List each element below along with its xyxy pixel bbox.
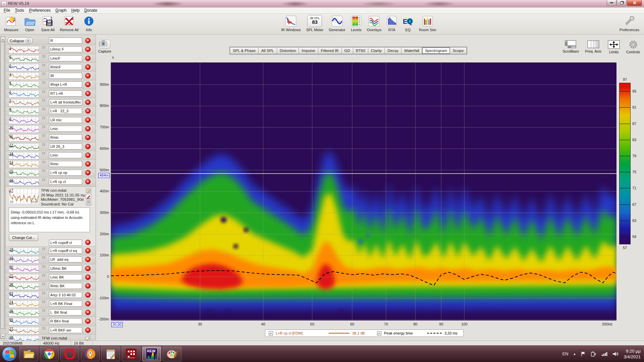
measurement-thumbnail[interactable] [9, 161, 39, 168]
measurement-row[interactable]: 16TF× [6, 178, 96, 186]
legend-checkbox[interactable]: ✓ [269, 331, 273, 336]
measurement-thumbnail[interactable] [9, 73, 39, 80]
delete-measurement-button[interactable]: × [85, 179, 91, 184]
restore-button[interactable] [617, 0, 627, 6]
delete-measurement-button[interactable]: × [85, 248, 91, 253]
measurement-name-field[interactable] [49, 309, 82, 315]
menu-tools[interactable]: Tools [12, 7, 26, 13]
measurement-name-field[interactable] [49, 99, 82, 105]
measure-button[interactable]: Measure [1, 14, 21, 32]
measurement-row[interactable]: Collapse«× [6, 37, 96, 45]
measurement-row[interactable]: 27TF× [6, 326, 96, 335]
minimize-button[interactable] [607, 0, 616, 6]
levels-button[interactable]: 0369Levels [348, 14, 364, 32]
measurement-row[interactable]: 5TF× [6, 80, 96, 89]
capture-button[interactable]: Capture [99, 40, 111, 53]
measurement-row[interactable]: 20TF× [6, 264, 96, 273]
measurement-row[interactable]: 12TF× [6, 142, 96, 151]
measurement-row[interactable]: 25TF× [6, 308, 96, 317]
selected-measurement-panel[interactable]: 2020,0k17TFW corr.mdat26 Μαρ 2021 11:31:… [6, 186, 96, 247]
measurement-row[interactable]: 9TF× [6, 116, 96, 125]
ir-windows-button[interactable]: IR Windows [278, 14, 304, 32]
menu-donate[interactable]: Donate [82, 7, 100, 13]
delete-measurement-button[interactable]: × [85, 275, 91, 280]
measurement-name-field[interactable] [49, 161, 82, 167]
generator-button[interactable]: Generator [326, 14, 348, 32]
tab-spectrogram[interactable]: Spectrogram [422, 47, 450, 54]
measurement-row[interactable]: 23TF× [6, 291, 96, 300]
measurement-row[interactable]: 8TF× [6, 107, 96, 116]
measurement-row[interactable]: 21TF× [6, 273, 96, 282]
spl-meter-button[interactable]: dB SPL83SPL Meter [304, 14, 326, 32]
measurement-row[interactable]: 24TF× [6, 300, 96, 308]
measurement-row[interactable]: 26TF× [6, 317, 96, 326]
measurement-thumbnail[interactable] [9, 309, 39, 316]
open-button[interactable]: Open [21, 14, 39, 32]
measurement-thumbnail[interactable]: 2020,0k [9, 189, 39, 204]
room-sim-button[interactable]: Room Sim [416, 14, 439, 32]
measurement-thumbnail[interactable] [9, 318, 39, 325]
measurement-thumbnail[interactable] [9, 256, 39, 263]
tab-waterfall[interactable]: Waterfall [401, 47, 422, 54]
measurement-thumbnail[interactable] [9, 126, 39, 133]
delete-measurement-button[interactable]: × [85, 144, 91, 149]
delete-measurement-button[interactable]: × [85, 117, 91, 123]
measurement-row[interactable]: 15TF× [6, 169, 96, 177]
tab-decay[interactable]: Decay [384, 47, 401, 54]
measurement-thumbnail[interactable] [9, 170, 39, 177]
measurement-name-field[interactable] [49, 143, 82, 149]
measurement-row[interactable]: 4TF× [6, 72, 96, 80]
opera-taskbar-button[interactable] [60, 347, 79, 361]
delete-measurement-button[interactable]: × [85, 126, 91, 131]
delete-measurement-button[interactable]: × [85, 56, 91, 61]
delete-measurement-button[interactable]: × [85, 47, 91, 52]
tab-filtered-ir[interactable]: Filtered IR [318, 47, 342, 54]
measurement-thumbnail[interactable] [9, 134, 39, 141]
tab-spl-phase[interactable]: SPL & Phase [230, 47, 259, 54]
remove-all-button[interactable]: Remove All [57, 14, 82, 32]
rta-button[interactable]: RTA [384, 14, 399, 32]
preferences-button[interactable]: Preferences [617, 14, 642, 32]
language-indicator[interactable]: EN [562, 351, 568, 356]
measurement-thumbnail[interactable] [9, 336, 39, 341]
info-button[interactable]: Info [81, 14, 97, 32]
measurement-name-field[interactable] [49, 90, 82, 97]
pixel-grid-app-taskbar-button[interactable] [122, 347, 141, 361]
change-cal-button[interactable]: Change Cal... [9, 234, 38, 241]
measurement-name-field[interactable] [49, 108, 82, 114]
tab-distortion[interactable]: Distortion [277, 47, 299, 54]
soundcard-cal-icon[interactable] [86, 200, 91, 205]
measurement-name-field[interactable] [49, 301, 82, 307]
start-button[interactable] [2, 347, 17, 361]
delete-measurement-button[interactable]: × [85, 170, 91, 175]
delete-measurement-button[interactable]: × [85, 64, 91, 70]
scroll-up-arrow-icon[interactable]: ▲ [1, 37, 5, 42]
measurement-name-field[interactable] [49, 170, 82, 176]
measurement-name-field[interactable] [49, 117, 82, 123]
measurement-name-field[interactable] [49, 38, 82, 44]
volume-icon[interactable] [612, 351, 619, 357]
delete-measurement-button[interactable]: × [85, 292, 91, 298]
delete-measurement-button[interactable]: × [85, 108, 91, 114]
delete-measurement-button[interactable]: × [85, 82, 91, 87]
spectrogram-plot[interactable]: 900m800m700m600m500m400m300m200m100m0-10… [111, 62, 616, 320]
notepad-taskbar-button[interactable] [101, 347, 120, 361]
measurement-thumbnail[interactable] [9, 46, 39, 53]
spectrogram-canvas[interactable] [111, 63, 616, 320]
privacy-browser-taskbar-button[interactable] [81, 347, 100, 361]
mic-cal-icon[interactable] [86, 194, 91, 199]
explorer-taskbar-button[interactable] [19, 347, 38, 361]
measurement-row[interactable]: 2TF× [6, 54, 96, 63]
measurement-thumbnail[interactable] [9, 152, 39, 159]
measurement-thumbnail[interactable] [9, 64, 39, 71]
measurement-name-field[interactable] [49, 292, 82, 298]
measurement-name-field[interactable] [49, 55, 82, 61]
delete-measurement-button[interactable]: × [85, 73, 91, 78]
menu-preferences[interactable]: Preferences [26, 7, 53, 13]
menu-help[interactable]: Help [69, 7, 82, 13]
menu-file[interactable]: File [1, 7, 12, 13]
measurement-thumbnail[interactable] [9, 292, 39, 299]
tab-scope[interactable]: Scope [450, 47, 467, 54]
network-signal-icon[interactable] [601, 352, 607, 356]
measurement-thumbnail[interactable] [9, 283, 39, 290]
